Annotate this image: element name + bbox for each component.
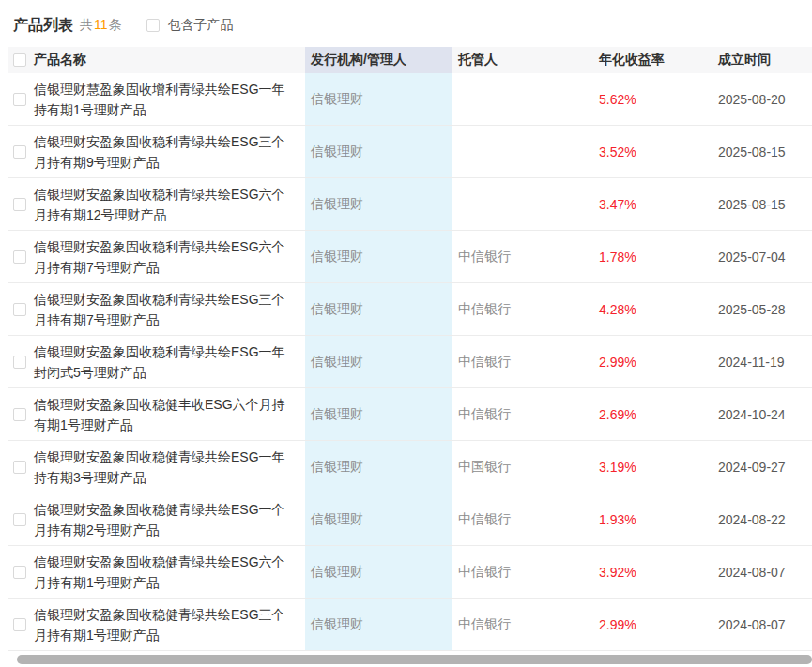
rate-cell: 2.99% bbox=[599, 355, 718, 370]
row-checkbox[interactable] bbox=[13, 198, 26, 211]
row-check-cell bbox=[13, 356, 34, 369]
row-check-cell bbox=[13, 408, 34, 421]
date-cell: 2025-08-20 bbox=[718, 92, 812, 107]
row-checkbox[interactable] bbox=[13, 145, 26, 159]
date-cell: 2024-08-07 bbox=[718, 565, 812, 580]
custodian-cell: 中信银行 bbox=[452, 564, 599, 581]
product-name: 信银理财安盈象固收稳利青绿共绘ESG一年封闭式5号理财产品 bbox=[34, 341, 305, 383]
select-all-checkbox[interactable] bbox=[13, 53, 26, 67]
row-check-cell bbox=[13, 303, 34, 316]
column-header-custodian: 托管人 bbox=[452, 52, 599, 68]
row-checkbox[interactable] bbox=[13, 618, 26, 631]
issuer-cell: 信银理财 bbox=[305, 283, 452, 335]
count-number: 11 bbox=[94, 17, 108, 32]
total-count: 共11条 bbox=[80, 17, 122, 34]
custodian-cell: 中信银行 bbox=[452, 301, 599, 318]
issuer-cell: 信银理财 bbox=[305, 126, 452, 177]
custodian-cell: 中国银行 bbox=[452, 459, 599, 476]
issuer-cell: 信银理财 bbox=[305, 441, 452, 493]
table-row[interactable]: 信银理财安盈象固收稳利青绿共绘ESG三个月持有期7号理财产品 信银理财 中信银行… bbox=[8, 283, 812, 336]
rate-cell: 3.92% bbox=[599, 565, 718, 580]
table-row[interactable]: 信银理财安盈象固收稳健丰收ESG六个月持有期1号理财产品 信银理财 中信银行 2… bbox=[8, 388, 812, 441]
issuer-cell: 信银理财 bbox=[305, 493, 452, 545]
row-checkbox[interactable] bbox=[13, 566, 26, 579]
issuer-cell: 信银理财 bbox=[305, 178, 452, 230]
table-row[interactable]: 信银理财安盈象固收稳利青绿共绘ESG三个月持有期9号理财产品 信银理财 3.52… bbox=[8, 126, 812, 178]
table-row[interactable]: 信银理财安盈象固收稳利青绿共绘ESG六个月持有期12号理财产品 信银理财 3.4… bbox=[8, 178, 812, 231]
row-checkbox[interactable] bbox=[13, 461, 26, 474]
rate-cell: 1.78% bbox=[599, 250, 718, 265]
table-row[interactable]: 信银理财安盈象固收稳利青绿共绘ESG六个月持有期7号理财产品 信银理财 中信银行… bbox=[8, 231, 812, 283]
product-list-page: 产品列表 共11条 包含子产品 产品名称 发行机构/管理人 托管人 年化收益率 … bbox=[0, 0, 812, 664]
issuer-cell: 信银理财 bbox=[305, 336, 452, 387]
row-checkbox[interactable] bbox=[13, 303, 26, 316]
page-title: 产品列表 bbox=[13, 16, 73, 36]
row-checkbox[interactable] bbox=[13, 408, 26, 421]
date-cell: 2024-09-27 bbox=[718, 460, 812, 475]
product-name: 信银理财安盈象固收稳健青绿共绘ESG三个月持有期1号理财产品 bbox=[34, 604, 305, 645]
row-check-cell bbox=[13, 250, 34, 264]
row-check-cell bbox=[13, 145, 34, 159]
include-subproducts-toggle[interactable]: 包含子产品 bbox=[146, 17, 234, 34]
rate-cell: 2.69% bbox=[599, 407, 718, 422]
custodian-cell: 中信银行 bbox=[452, 354, 599, 371]
row-checkbox[interactable] bbox=[13, 513, 26, 526]
row-checkbox[interactable] bbox=[13, 250, 26, 264]
count-suffix: 条 bbox=[109, 17, 122, 32]
date-cell: 2025-08-15 bbox=[718, 197, 812, 212]
custodian-cell: 中信银行 bbox=[452, 406, 599, 423]
rate-cell: 3.19% bbox=[599, 460, 718, 475]
row-check-cell bbox=[13, 93, 34, 106]
rate-cell: 3.47% bbox=[599, 197, 718, 212]
count-prefix: 共 bbox=[80, 17, 93, 32]
horizontal-scrollbar[interactable] bbox=[17, 655, 812, 664]
product-name: 信银理财安盈象固收稳利青绿共绘ESG三个月持有期9号理财产品 bbox=[34, 131, 305, 173]
date-cell: 2025-08-15 bbox=[718, 144, 812, 159]
issuer-cell: 信银理财 bbox=[305, 231, 452, 282]
date-cell: 2024-10-24 bbox=[718, 407, 812, 422]
table-row[interactable]: 信银理财安盈象固收稳健青绿共绘ESG一个月持有期2号理财产品 信银理财 中信银行… bbox=[8, 493, 812, 546]
issuer-cell: 信银理财 bbox=[305, 73, 452, 125]
table-row[interactable]: 信银理财安盈象固收稳利青绿共绘ESG一年封闭式5号理财产品 信银理财 中信银行 … bbox=[8, 336, 812, 388]
product-table: 产品名称 发行机构/管理人 托管人 年化收益率 成立时间 信银理财慧盈象固收增利… bbox=[8, 47, 812, 651]
table-row[interactable]: 信银理财慧盈象固收增利青绿共绘ESG一年持有期1号理财产品 信银理财 5.62%… bbox=[8, 73, 812, 126]
date-cell: 2024-11-19 bbox=[718, 355, 812, 370]
title-bar: 产品列表 共11条 包含子产品 bbox=[8, 13, 812, 38]
product-name: 信银理财慧盈象固收增利青绿共绘ESG一年持有期1号理财产品 bbox=[34, 79, 305, 120]
row-checkbox[interactable] bbox=[13, 93, 26, 106]
table-row[interactable]: 信银理财安盈象固收稳健青绿共绘ESG六个月持有期1号理财产品 信银理财 中信银行… bbox=[8, 546, 812, 599]
custodian-cell: 中信银行 bbox=[452, 511, 599, 528]
product-name: 信银理财安盈象固收稳健丰收ESG六个月持有期1号理财产品 bbox=[34, 394, 305, 435]
date-cell: 2024-08-22 bbox=[718, 512, 812, 527]
column-header-rate: 年化收益率 bbox=[599, 52, 718, 68]
rate-cell: 5.62% bbox=[599, 92, 718, 107]
header-check-cell bbox=[13, 53, 34, 67]
table-row[interactable]: 信银理财安盈象固收稳健青绿共绘ESG三个月持有期1号理财产品 信银理财 中信银行… bbox=[8, 599, 812, 651]
product-name: 信银理财安盈象固收稳健青绿共绘ESG一年持有期3号理财产品 bbox=[34, 447, 305, 488]
table-header-row: 产品名称 发行机构/管理人 托管人 年化收益率 成立时间 bbox=[8, 47, 812, 73]
column-header-date: 成立时间 bbox=[718, 52, 812, 68]
row-check-cell bbox=[13, 198, 34, 211]
row-check-cell bbox=[13, 618, 34, 631]
table-body: 信银理财慧盈象固收增利青绿共绘ESG一年持有期1号理财产品 信银理财 5.62%… bbox=[8, 73, 812, 651]
issuer-cell: 信银理财 bbox=[305, 546, 452, 598]
date-cell: 2024-08-07 bbox=[718, 617, 812, 632]
rate-cell: 2.99% bbox=[599, 617, 718, 632]
product-name: 信银理财安盈象固收稳健青绿共绘ESG一个月持有期2号理财产品 bbox=[34, 499, 305, 540]
column-header-name: 产品名称 bbox=[34, 52, 305, 68]
custodian-cell: 中信银行 bbox=[452, 616, 599, 633]
row-check-cell bbox=[13, 513, 34, 526]
rate-cell: 3.52% bbox=[599, 144, 718, 159]
product-name: 信银理财安盈象固收稳健青绿共绘ESG六个月持有期1号理财产品 bbox=[34, 552, 305, 593]
row-check-cell bbox=[13, 461, 34, 474]
rate-cell: 1.93% bbox=[599, 512, 718, 527]
include-subproducts-checkbox-icon[interactable] bbox=[146, 19, 160, 32]
column-header-issuer: 发行机构/管理人 bbox=[305, 47, 452, 73]
product-name: 信银理财安盈象固收稳利青绿共绘ESG六个月持有期12号理财产品 bbox=[34, 184, 305, 225]
table-row[interactable]: 信银理财安盈象固收稳健青绿共绘ESG一年持有期3号理财产品 信银理财 中国银行 … bbox=[8, 441, 812, 493]
date-cell: 2025-07-04 bbox=[718, 250, 812, 265]
rate-cell: 4.28% bbox=[599, 302, 718, 317]
date-cell: 2025-05-28 bbox=[718, 302, 812, 317]
product-name: 信银理财安盈象固收稳利青绿共绘ESG六个月持有期7号理财产品 bbox=[34, 236, 305, 278]
row-checkbox[interactable] bbox=[13, 356, 26, 369]
